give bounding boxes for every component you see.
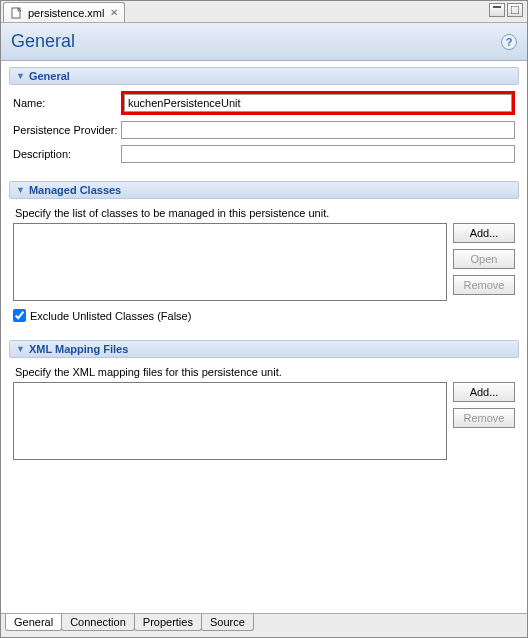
collapse-icon: ▼ [16, 71, 25, 81]
section-managed-title: Managed Classes [29, 184, 121, 196]
name-input[interactable] [124, 94, 512, 112]
bottom-tabbar: General Connection Properties Source [1, 613, 527, 635]
window-controls [489, 3, 523, 17]
section-general: ▼ General Name: Persistence Provider: De… [9, 67, 519, 163]
name-highlight [121, 91, 515, 115]
tab-source[interactable]: Source [201, 614, 254, 631]
managed-description: Specify the list of classes to be manage… [15, 207, 515, 219]
page-header: General ? [1, 23, 527, 61]
file-icon [10, 6, 24, 20]
managed-remove-button[interactable]: Remove [453, 275, 515, 295]
exclude-unlisted-checkbox[interactable] [13, 309, 26, 322]
exclude-unlisted-label: Exclude Unlisted Classes (False) [30, 310, 191, 322]
mapping-add-button[interactable]: Add... [453, 382, 515, 402]
page-title: General [11, 31, 75, 52]
editor-tabbar: persistence.xml ✕ [1, 1, 527, 23]
managed-add-button[interactable]: Add... [453, 223, 515, 243]
content-area: ▼ General Name: Persistence Provider: De… [1, 61, 527, 613]
section-general-title: General [29, 70, 70, 82]
managed-classes-list[interactable] [13, 223, 447, 301]
provider-input[interactable] [121, 121, 515, 139]
collapse-icon: ▼ [16, 185, 25, 195]
editor-tab-persistence[interactable]: persistence.xml ✕ [3, 2, 125, 22]
provider-label: Persistence Provider: [13, 124, 121, 136]
tab-connection[interactable]: Connection [61, 614, 135, 631]
section-managed-classes: ▼ Managed Classes Specify the list of cl… [9, 181, 519, 322]
tab-properties[interactable]: Properties [134, 614, 202, 631]
minimize-button[interactable] [489, 3, 505, 17]
section-mapping-title: XML Mapping Files [29, 343, 128, 355]
managed-open-button[interactable]: Open [453, 249, 515, 269]
mapping-description: Specify the XML mapping files for this p… [15, 366, 515, 378]
tab-general[interactable]: General [5, 614, 62, 631]
close-icon[interactable]: ✕ [110, 7, 118, 18]
section-managed-header[interactable]: ▼ Managed Classes [9, 181, 519, 199]
svg-rect-2 [511, 6, 519, 14]
description-label: Description: [13, 148, 121, 160]
mapping-files-list[interactable] [13, 382, 447, 460]
maximize-button[interactable] [507, 3, 523, 17]
section-mapping-header[interactable]: ▼ XML Mapping Files [9, 340, 519, 358]
collapse-icon: ▼ [16, 344, 25, 354]
name-label: Name: [13, 97, 121, 109]
section-general-header[interactable]: ▼ General [9, 67, 519, 85]
editor-tab-label: persistence.xml [28, 7, 104, 19]
svg-rect-1 [493, 6, 501, 8]
description-input[interactable] [121, 145, 515, 163]
section-xml-mapping: ▼ XML Mapping Files Specify the XML mapp… [9, 340, 519, 460]
mapping-remove-button[interactable]: Remove [453, 408, 515, 428]
help-icon[interactable]: ? [501, 34, 517, 50]
